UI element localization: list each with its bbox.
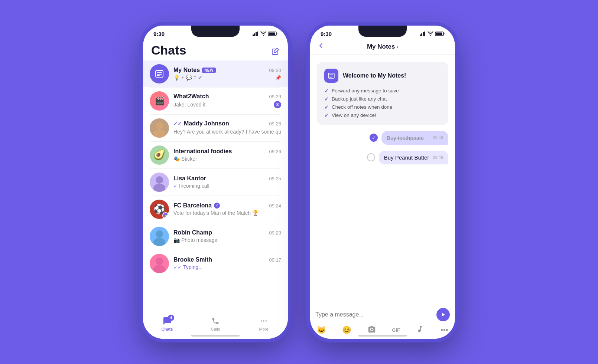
- more-nav-icon: [259, 316, 269, 326]
- list-item: ✓Backup just like any chat: [324, 96, 441, 102]
- status-icons-right: [420, 32, 445, 36]
- send-button[interactable]: [436, 308, 450, 321]
- svg-point-4: [263, 35, 264, 36]
- list-item[interactable]: 🥑 International foodies 09:26 🎭 Sticker: [143, 142, 288, 168]
- chat-time: 09:26: [269, 121, 281, 127]
- chat-content: International foodies 09:26 🎭 Sticker: [173, 148, 281, 162]
- chat-content: Robin Champ 09:23 📷 Photo message: [173, 229, 281, 243]
- avatar-person: [150, 227, 169, 246]
- todo-check-undone[interactable]: [367, 153, 375, 161]
- chat-content: What2Watch 09:29 Jake: Loved it 3: [173, 93, 281, 108]
- notes-screen: My Notes › Welcome to My Notes!: [310, 39, 455, 339]
- chat-content: ✓✓ Maddy Johnson 09:26 Hey? Are you at w…: [173, 120, 281, 135]
- checkmark-icon: ✓: [324, 96, 329, 102]
- music-toolbar-icon[interactable]: [416, 325, 424, 335]
- avatar-person: [150, 254, 169, 273]
- chat-preview: 💡 + 💬 = ✔ 📌: [173, 75, 281, 81]
- chat-time: 09:23: [269, 230, 281, 236]
- todo-check-done[interactable]: ✓: [370, 134, 378, 142]
- camera-toolbar-icon[interactable]: [368, 325, 376, 335]
- avatar: [150, 173, 169, 192]
- svg-rect-30: [436, 33, 442, 35]
- battery-icon: [268, 32, 277, 36]
- chat-top: Brooke Smith 09:17: [173, 256, 281, 263]
- svg-rect-26: [424, 32, 425, 36]
- svg-point-19: [153, 265, 165, 273]
- chat-name: What2Watch: [173, 93, 209, 100]
- avatar-emoji: 🥑: [153, 149, 165, 161]
- status-icons-left: [253, 32, 277, 36]
- avatar-person: [150, 173, 169, 192]
- svg-point-18: [156, 258, 163, 265]
- avatar-emoji: 🎬: [155, 96, 165, 106]
- svg-point-35: [371, 328, 373, 331]
- gif-toolbar-icon[interactable]: GIF: [392, 327, 400, 333]
- avatar-person: [150, 118, 169, 138]
- nav-item-more[interactable]: More: [240, 316, 288, 331]
- avatar: [150, 227, 169, 246]
- chat-top: FC Barcelona ✓ 09:24: [173, 202, 281, 209]
- list-item: ✓View on any device!: [324, 112, 441, 118]
- chat-top: Lisa Kantor 09:25: [173, 175, 281, 182]
- todo-time-1: 09:48: [433, 135, 443, 140]
- list-item[interactable]: Brooke Smith 09:17 ✓✓ Typing...: [143, 250, 288, 277]
- home-bar: [191, 335, 240, 337]
- todo-time-2: 09:48: [433, 155, 443, 160]
- todo-text-2: Buy Peanut Butter: [384, 154, 429, 161]
- signal-icon: [253, 32, 259, 36]
- notch-right: [358, 26, 407, 37]
- list-item[interactable]: My Notes NEW 09:30 💡 + 💬 = ✔ 📌: [143, 60, 288, 87]
- chat-time: 09:25: [269, 176, 281, 181]
- list-item[interactable]: 🎬 What2Watch 09:29 Jake: Loved it 3: [143, 88, 288, 114]
- compose-button[interactable]: [271, 47, 280, 58]
- sticker-icon: 🎭: [173, 156, 180, 162]
- avatar: [150, 118, 169, 138]
- chat-preview: Jake: Loved it 3: [173, 101, 281, 108]
- svg-point-27: [430, 35, 431, 36]
- avatar: ⚽ 🤖: [150, 200, 169, 219]
- chat-top: ✓✓ Maddy Johnson 09:26: [173, 120, 281, 127]
- status-time-left: 9:30: [153, 31, 165, 37]
- chat-preview: ✓ Incoming call: [173, 183, 281, 189]
- chat-top: International foodies 09:26: [173, 148, 281, 155]
- svg-point-20: [261, 320, 262, 322]
- message-input-row: [315, 308, 450, 321]
- chat-name: FC Barcelona ✓: [173, 202, 220, 209]
- list-item[interactable]: Robin Champ 09:23 📷 Photo message: [143, 223, 288, 250]
- chat-content: Brooke Smith 09:17 ✓✓ Typing...: [173, 256, 281, 270]
- nav-badge: 4: [168, 315, 174, 321]
- todo-text-1: Buy toothpaste: [387, 135, 429, 141]
- checkmark-icon: ✓: [324, 88, 329, 94]
- chat-content: FC Barcelona ✓ 09:24 Vote for today's Ma…: [173, 202, 281, 216]
- chat-time: 09:26: [269, 149, 281, 154]
- nav-item-calls[interactable]: Calls: [191, 316, 240, 331]
- svg-point-13: [153, 129, 165, 138]
- sticker-toolbar-icon[interactable]: 🐱: [317, 325, 326, 334]
- phone-left: 9:30 Chats: [143, 26, 288, 339]
- chat-top: My Notes NEW 09:30: [173, 67, 281, 73]
- welcome-list: ✓Forward any message to save ✓Backup jus…: [324, 88, 441, 118]
- double-tick-icon: ✓✓: [173, 121, 182, 127]
- message-input[interactable]: [315, 311, 433, 318]
- wifi-icon: [260, 32, 266, 36]
- svg-rect-3: [257, 32, 258, 36]
- compose-icon: [271, 47, 280, 56]
- back-button[interactable]: [317, 42, 325, 52]
- toolbar-icons: 🐱 😊 GIF •••: [315, 325, 450, 335]
- welcome-title: Welcome to My Notes!: [343, 72, 406, 79]
- chat-name: Robin Champ: [173, 229, 212, 236]
- emoji-toolbar-icon[interactable]: 😊: [342, 325, 351, 334]
- list-item[interactable]: Lisa Kantor 09:25 ✓ Incoming call: [143, 169, 288, 196]
- more-toolbar-icon[interactable]: •••: [441, 326, 448, 334]
- list-item[interactable]: ✓✓ Maddy Johnson 09:26 Hey? Are you at w…: [143, 115, 288, 141]
- chat-preview: Vote for today's Man of the Match 🏆: [173, 210, 281, 216]
- page-title: Chats: [151, 43, 186, 58]
- welcome-card-header: Welcome to My Notes!: [324, 69, 441, 83]
- avatar: [150, 64, 169, 83]
- chat-preview: 🎭 Sticker: [173, 156, 281, 162]
- svg-point-15: [153, 184, 165, 192]
- svg-rect-23: [420, 35, 421, 36]
- nav-item-chats[interactable]: 4 Chats: [143, 316, 191, 331]
- chats-nav-icon: 4: [162, 316, 172, 326]
- list-item[interactable]: ⚽ 🤖 FC Barcelona ✓ 09:24 Vote for today'…: [143, 196, 288, 223]
